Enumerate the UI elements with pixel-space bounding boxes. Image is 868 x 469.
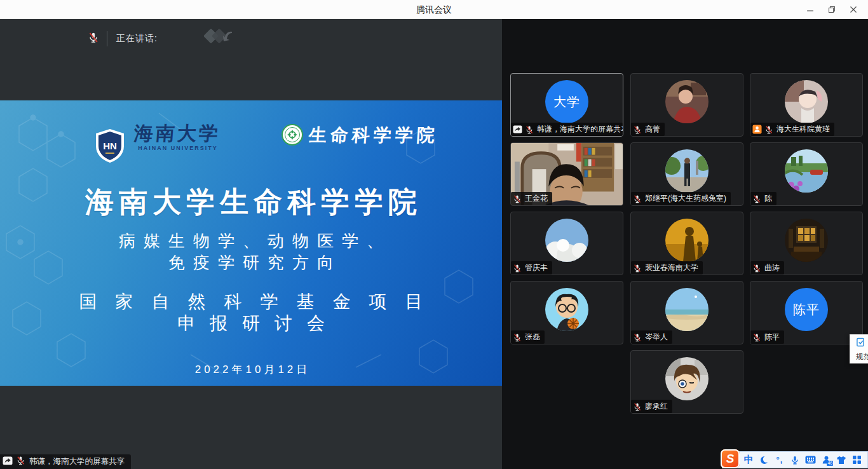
window-titlebar: 腾讯会议 [0,0,868,19]
ime-account-badge: 46 [827,461,833,466]
divider [107,31,107,46]
mic-muted-icon [633,333,642,342]
name-badge: 岑举人 [631,330,672,344]
name-badge: 陈平 [750,330,784,344]
participant-tile-liaochenghong[interactable]: 廖承红 [630,350,743,414]
screen-share-banner: 韩谦，海南大学的屏幕共享 [0,454,131,469]
slide-event-line1: 国家自然科学基金项目 [0,290,502,314]
slide-event-line2: 申报研讨会 [0,311,502,336]
share-banner-label: 韩谦，海南大学的屏幕共享 [29,456,125,467]
ime-toolbox-icon[interactable] [850,451,865,468]
screen-share-stage: 正在讲话: [0,19,502,469]
participant-tile-gaojing[interactable]: 高菁 [630,73,743,137]
participant-tile-peiyechun[interactable]: 裴业春海南大学 [630,212,743,275]
name-badge: 郑继平(海大生药感免室) [631,192,731,205]
participant-tile-qutao[interactable]: 曲涛 [750,212,863,275]
participant-role-icon [752,125,762,134]
minimize-button[interactable] [799,0,821,19]
recording-watermark-icon [202,25,235,51]
close-button[interactable] [843,0,864,19]
mic-muted-icon [752,194,761,203]
name-badge: 海大生科院黄瑾 [750,123,834,136]
mic-muted-icon [633,264,642,273]
mic-muted-icon [513,194,522,203]
participant-tile-hanqian[interactable]: 大学 韩谦，海南大学的屏幕共享 [510,73,623,137]
name-badge: 张磊 [511,330,545,344]
document-check-icon [856,337,865,347]
participant-tile-chenping[interactable]: 陈平 陈平 [750,281,863,344]
college-logo [281,123,304,149]
ime-toolbar: S 中 °, [722,451,868,468]
avatar-sky [545,219,588,262]
avatar-initials: 陈平 [785,288,828,331]
tencent-meeting-window: 腾讯会议 正在 [0,0,868,469]
mic-muted-icon [525,125,534,134]
participant-tile-wangjinhua[interactable]: 王金花 [510,142,623,206]
university-name-zh: 海南大学 [129,121,226,147]
slide-subtitle-line2: 免疫学研究方向 [8,252,502,273]
avatar-sunset [665,219,709,262]
name-badge: 韩谦，海南大学的屏幕共享 [511,123,623,136]
college-name: 生命科学学院 [308,123,440,147]
slide-title: 海南大学生命科学学院 [0,183,502,221]
ime-account-icon[interactable]: 46 [818,451,834,468]
name-badge: 陈 [750,192,776,205]
name-badge: 曲涛 [750,261,784,275]
slide-logo-row: HN 海南大学 HAINAN UNIVERSITY 生命科学学院 [0,109,502,160]
slide-subtitle-line1: 病媒生物学、动物医学、 [8,230,502,252]
avatar-beach [665,288,709,331]
avatar-anime [785,80,828,123]
mic-muted-icon [633,402,642,411]
name-badge: 高菁 [631,123,665,136]
avatar-photo [665,80,709,123]
slide-date: 2022年10月12日 [0,362,502,377]
mic-muted-icon [752,333,761,342]
participant-tile-guanqingfeng[interactable]: 管庆丰 [510,212,623,275]
mic-muted-icon [752,264,761,273]
presentation-slide: HN 海南大学 HAINAN UNIVERSITY 生命科学学院 [0,100,502,386]
participant-tile-cenjuren[interactable]: 岑举人 [630,281,743,344]
ime-skin-icon[interactable] [834,451,849,468]
ime-keyboard-icon[interactable] [803,451,818,468]
ime-punctuation-toggle[interactable]: °, [772,451,787,468]
svg-text:HN: HN [103,140,117,151]
mic-muted-icon [633,194,642,203]
mic-muted-icon [16,456,25,468]
participant-tile-chen[interactable]: 陈 [750,142,863,206]
restore-button[interactable] [821,0,843,19]
avatar-photo [665,149,709,193]
avatar-scenery [785,149,828,193]
ime-voice-icon[interactable] [787,451,803,468]
slide-subtitle: 病媒生物学、动物医学、 免疫学研究方向 [0,230,502,273]
mic-muted-icon [513,333,522,342]
edge-notification-popup[interactable]: 规范档 [850,334,868,364]
screen-share-icon [3,456,13,468]
hainan-university-logo: HN [94,128,126,167]
participant-tile-zhanglei[interactable]: 张磊 [510,281,623,344]
ime-language-toggle[interactable]: 中 [741,451,756,468]
window-title: 腾讯会议 [0,0,868,19]
participant-tile-zhengjiping[interactable]: 郑继平(海大生药感免室) [630,142,743,206]
avatar-interior [785,219,828,262]
name-badge: 管庆丰 [511,261,552,275]
ime-fullhalf-toggle-icon[interactable] [756,451,771,468]
name-badge: 廖承红 [631,400,672,413]
speaking-label: 正在讲话: [116,33,158,44]
mic-muted-icon [88,32,99,46]
avatar-initials: 大学 [545,80,588,123]
popup-label: 规范档 [856,351,868,362]
mic-muted-icon [764,125,773,134]
avatar-anime [665,357,709,400]
name-badge: 裴业春海南大学 [631,261,703,275]
mic-muted-icon [633,125,642,134]
sogou-logo-icon[interactable]: S [721,449,740,468]
screen-share-icon [513,125,522,134]
avatar-cartoon [545,288,588,331]
participant-grid: 大学 韩谦，海南大学的屏幕共享 高菁 [502,19,868,469]
participant-tile-huangjin[interactable]: 海大生科院黄瑾 [750,73,863,137]
name-badge: 王金花 [511,192,552,205]
mic-muted-icon [513,264,522,273]
university-name-en: HAINAN UNIVERSITY [127,145,229,151]
speaking-indicator-bar: 正在讲话: [88,28,158,50]
